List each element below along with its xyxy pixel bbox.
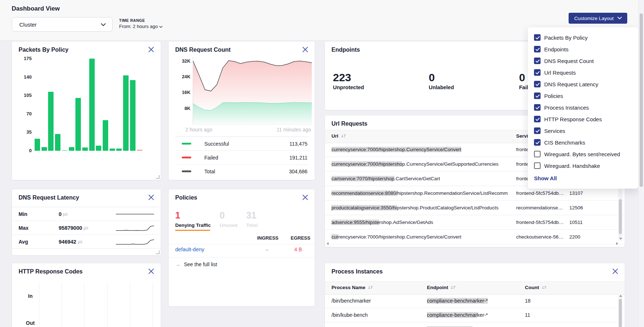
legend-row: Failed 191,211 (175, 151, 308, 165)
packets-by-policy-card: Packets By Policy 17514010570350 Allowed… (12, 41, 161, 180)
close-icon[interactable] (302, 194, 308, 200)
checkbox-icon[interactable] (534, 116, 541, 122)
checkbox-icon[interactable] (534, 162, 541, 169)
checkbox-icon[interactable] (534, 34, 541, 41)
show-all-link[interactable]: Show All (534, 175, 638, 181)
checkbox-icon[interactable] (534, 104, 541, 111)
close-icon[interactable] (302, 47, 308, 52)
legend: Successful 113,475 Failed 191,211 Total … (175, 137, 308, 178)
checkbox-icon[interactable] (534, 69, 541, 76)
sort-icon (341, 134, 346, 138)
menu-item-wireguard-bytes[interactable]: Wireguard. Bytes sent/received (528, 148, 638, 160)
bar (35, 139, 40, 151)
menu-item-dns-request-count[interactable]: DNS Request Count (528, 55, 638, 67)
y-tick-label: 24K (174, 74, 191, 80)
scroll-up-icon[interactable] (619, 295, 622, 297)
menu-item-process-instances[interactable]: Process Instances (528, 102, 638, 113)
bar (75, 98, 81, 151)
view-selector[interactable]: Cluster (12, 17, 113, 32)
column-header-count[interactable]: Count (525, 285, 547, 290)
stat-total[interactable]: 31 Total (246, 210, 258, 228)
checkbox-icon[interactable] (534, 81, 541, 87)
checkbox-icon[interactable] (534, 46, 541, 52)
policy-link[interactable]: default-deny (175, 247, 204, 252)
checkbox-icon[interactable] (534, 151, 541, 157)
y-tick-label: 0 (15, 147, 32, 154)
y-tick-label: 105 (15, 92, 32, 99)
y-tick-label: 16K (174, 89, 191, 96)
table-row[interactable]: benchmarker compliance-benchmarker-* 9 (325, 322, 625, 327)
table-row[interactable]: /bin/kube-bench compliance-benchmarker-*… (325, 308, 625, 322)
card-title: Endpoints (331, 47, 360, 53)
process-rows: /bin/benchmarker compliance-benchmarker-… (325, 294, 625, 327)
stat-unused[interactable]: 0 Unused (220, 210, 238, 228)
menu-item-cis-benchmarks[interactable]: CIS Benchmarks (528, 137, 638, 148)
y-tick-label: 175 (15, 55, 32, 62)
checkbox-icon[interactable] (534, 92, 541, 99)
scroll-left-icon[interactable] (327, 242, 329, 245)
scroll-right-icon[interactable] (616, 242, 618, 245)
bar (110, 149, 115, 151)
active-tab-underline (175, 230, 210, 231)
x-label-right: 11 minutes ago (276, 127, 311, 133)
close-icon[interactable] (148, 194, 154, 200)
page-scrollbar[interactable] (638, 0, 644, 327)
sparkline (116, 238, 154, 246)
bar (89, 59, 95, 151)
column-header-url[interactable]: Url (331, 133, 346, 139)
card-title: Url Requests (331, 121, 368, 127)
y-tick-label: 70 (15, 111, 32, 117)
successful-swatch (182, 143, 191, 145)
time-range-from[interactable]: From: 2 hours ago (119, 24, 162, 29)
customize-layout-button[interactable]: Customize Layout (569, 13, 627, 24)
dns-request-count-card: DNS Request Count 32K24K16K8K (168, 41, 315, 180)
x-label-left: 2 hours ago (185, 127, 212, 133)
table-row[interactable]: adservice:9555/hipstershop.AdService/Get… (325, 215, 625, 230)
resize-handle[interactable] (156, 175, 160, 179)
column-header-ingress: INGRESS (257, 235, 279, 241)
sort-icon (451, 285, 456, 289)
column-header-process-name[interactable]: Process Name (331, 285, 373, 290)
stat-unprotected: 223 Unprotected (333, 72, 364, 90)
scroll-down-icon[interactable] (619, 238, 622, 240)
table-row[interactable]: /bin/benchmarker compliance-benchmarker-… (325, 294, 625, 308)
close-icon[interactable] (148, 268, 154, 274)
bar (48, 92, 54, 151)
stat-denying-traffic[interactable]: 1 Denying Traffic (175, 210, 211, 228)
checkbox-icon[interactable] (534, 58, 541, 64)
menu-item-endpoints[interactable]: Endpoints (528, 43, 638, 55)
horizontal-scrollbar[interactable] (326, 241, 624, 246)
vertical-scrollbar[interactable] (618, 294, 623, 327)
close-icon[interactable] (148, 47, 154, 52)
sort-icon (368, 285, 373, 289)
page-scrollbar-thumb[interactable] (640, 13, 643, 187)
card-title: Process Instances (331, 268, 383, 275)
menu-item-policies[interactable]: Policies (528, 90, 638, 102)
ingress-value: – (266, 247, 268, 252)
menu-item-url-requests[interactable]: Url Requests (528, 67, 638, 78)
scrollbar-thumb[interactable] (619, 299, 622, 327)
menu-item-packets-by-policy[interactable]: Packets By Policy (528, 32, 638, 43)
failed-swatch (182, 157, 191, 158)
y-tick-label: 35 (15, 129, 32, 135)
latency-row-avg: Avg 946942 µs (12, 235, 161, 249)
table-header: Process Name Endpoint Count (325, 281, 625, 295)
column-header-endpoint[interactable]: Endpoint (427, 285, 456, 290)
resize-handle[interactable] (156, 251, 160, 254)
menu-item-wireguard-handshake[interactable]: Wireguard. Handshake (528, 160, 638, 172)
latency-row-max: Max 95879000 µs (12, 221, 161, 235)
time-range: TIME RANGE From: 2 hours ago (119, 18, 162, 29)
close-icon[interactable] (612, 268, 618, 274)
legend-row: Total 304,686 (175, 165, 308, 178)
menu-item-dns-request-latency[interactable]: DNS Request Latency (528, 78, 638, 90)
row-label-in: In (28, 293, 32, 299)
view-selector-value: Cluster (19, 21, 37, 28)
table-row[interactable]: productcatalogservice:3550/hipstershop.P… (325, 201, 625, 215)
menu-item-services[interactable]: Services (528, 125, 638, 137)
checkbox-icon[interactable] (534, 127, 541, 134)
checkbox-icon[interactable] (534, 139, 541, 146)
menu-item-http-response-codes[interactable]: HTTP Response Codes (528, 113, 638, 125)
bar-chart (35, 59, 144, 151)
scrollbar-thumb[interactable] (619, 199, 622, 234)
see-full-list-link[interactable]: →See the full list (175, 261, 217, 267)
